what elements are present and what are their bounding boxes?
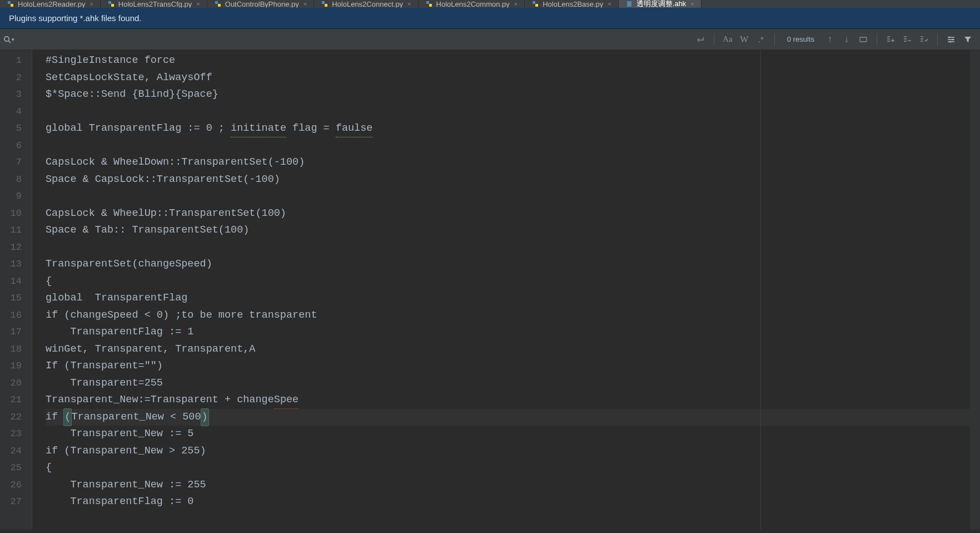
line-number: 11 [0,222,32,239]
tab-file-6[interactable]: 透明度调整.ahk × [619,0,702,8]
line-number: 19 [0,358,32,375]
next-match-icon[interactable]: ↓ [839,32,854,47]
code-line[interactable]: if (changeSpeed < 0) ;to be more transpa… [46,307,980,324]
plugin-notice-bar[interactable]: Plugins supporting *.ahk files found. [0,8,980,29]
svg-rect-5 [218,4,221,7]
filter-settings-icon[interactable] [943,32,959,47]
tab-file-3[interactable]: HoloLens2Connect.py × [314,0,418,8]
python-file-icon [425,0,433,8]
newline-toggle-icon[interactable] [693,32,708,47]
code-line[interactable] [46,239,980,256]
code-line[interactable]: TransparentSet(changeSpeed) [46,256,980,273]
divider [937,33,938,46]
code-line[interactable]: TransparentFlag := 1 [46,324,980,341]
svg-rect-9 [429,4,432,7]
line-number: 21 [0,392,32,409]
code-line[interactable]: TransparentFlag := 0 [46,493,980,511]
code-line[interactable]: SetCapsLockState, AlwaysOff [46,70,980,87]
code-line[interactable]: global TransparentFlag := 0 ; initinate … [46,120,980,137]
code-line[interactable]: If (Transparent="") [46,358,980,375]
code-line[interactable]: CapsLock & WheelDown::TransparentSet(-10… [46,154,980,171]
right-margin-line [760,50,761,530]
search-icon[interactable]: ▾ [0,29,18,50]
divider [714,33,714,46]
svg-rect-8 [426,1,429,4]
line-number: 25 [0,460,32,477]
filter-icon[interactable] [960,32,976,47]
tab-file-5[interactable]: HoloLens2Base.py × [525,0,619,8]
select-all-icon[interactable] [855,32,871,47]
svg-point-13 [4,36,9,41]
close-icon[interactable]: × [196,1,200,7]
tab-file-1[interactable]: HoloLens2TransCfg.py × [101,0,207,8]
python-file-icon [214,0,222,8]
svg-rect-2 [108,1,111,4]
line-number-gutter: 1234567891011121314151617181920212223242… [0,50,32,530]
line-number: 1 [0,52,32,70]
add-selection-icon[interactable] [883,32,898,47]
tab-file-2[interactable]: OutControlByPhone.py × [207,0,314,8]
code-line[interactable]: Space & Tab:: TransparentSet(100) [46,222,980,239]
whole-word-icon[interactable]: W [737,32,752,47]
line-number: 10 [0,205,32,223]
svg-rect-4 [215,1,218,4]
svg-rect-0 [8,1,11,4]
remove-selection-icon[interactable] [899,32,915,47]
code-line[interactable]: winGet, Transparent, Transparent,A [46,341,980,358]
svg-rect-10 [533,1,535,4]
search-input[interactable] [18,29,693,50]
code-line[interactable] [46,137,980,155]
code-line[interactable]: $*Space::Send {Blind}{Space} [46,86,980,103]
tab-label: HoloLens2Common.py [436,0,510,8]
editor-tabs: HoloLens2Reader.py × HoloLens2TransCfg.p… [0,0,980,8]
svg-rect-1 [11,4,13,7]
code-line[interactable]: Space & CapsLock::TransparentSet(-100) [46,171,980,189]
line-number: 12 [0,239,32,256]
code-line[interactable]: Transparent_New:=Transparent + changeSpe… [46,392,980,409]
code-area[interactable]: #SingleInstance forceSetCapsLockState, A… [32,50,980,511]
select-occurrences-icon[interactable] [916,32,932,47]
line-number: 8 [0,171,32,189]
regex-icon[interactable]: .* [753,32,769,47]
match-case-icon[interactable]: Aa [720,32,735,47]
code-line[interactable] [46,188,980,205]
line-number: 27 [0,493,32,511]
tab-file-4[interactable]: HoloLens2Common.py × [419,0,525,8]
close-icon[interactable]: × [89,1,93,7]
tab-label: HoloLens2Base.py [543,0,603,8]
code-line[interactable]: Transparent_New := 5 [46,426,980,443]
python-file-icon [531,0,539,8]
close-icon[interactable]: × [304,1,307,7]
close-icon[interactable]: × [407,1,411,7]
python-file-icon [7,0,14,8]
line-number: 3 [0,86,32,103]
notice-text: Plugins supporting *.ahk files found. [9,13,141,23]
svg-rect-15 [860,37,867,42]
svg-point-16 [949,36,951,38]
tab-label: 透明度调整.ahk [636,0,687,8]
code-line[interactable]: Transparent_New := 255 [46,477,980,494]
svg-rect-11 [535,4,538,7]
code-line[interactable]: Transparent=255 [46,375,980,392]
close-icon[interactable]: × [608,1,611,7]
line-number: 7 [0,154,32,171]
code-line[interactable]: global TransparentFlag [46,290,980,307]
code-line[interactable]: CapsLock & WheelUp::TransparentSet(100) [46,205,980,223]
line-number: 5 [0,120,32,137]
prev-match-icon[interactable]: ↑ [822,32,838,47]
code-line[interactable]: if (Transparent_New < 500) [46,409,980,426]
tab-file-0[interactable]: HoloLens2Reader.py × [0,0,101,8]
line-number: 16 [0,307,32,324]
code-line[interactable] [46,103,980,121]
line-number: 22 [0,409,32,426]
tab-label: HoloLens2Reader.py [18,0,85,8]
code-line[interactable]: if (Transparent_New > 255) [46,443,980,460]
close-icon[interactable]: × [690,1,694,7]
code-line[interactable]: #SingleInstance force [46,52,980,70]
code-line[interactable]: { [46,273,980,290]
error-stripe[interactable] [970,50,980,530]
close-icon[interactable]: × [514,1,518,7]
python-file-icon [321,0,329,8]
line-number: 4 [0,103,32,121]
code-line[interactable]: { [46,460,980,477]
